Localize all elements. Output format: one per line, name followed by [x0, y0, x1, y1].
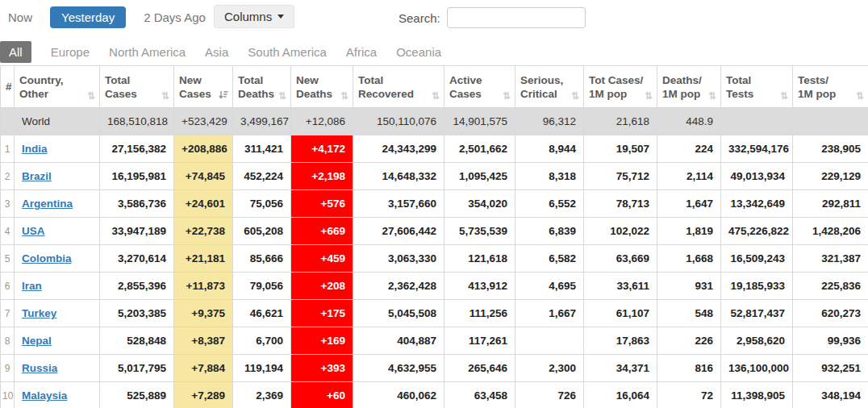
column-header-total-tests[interactable]: TotalTests⇅ [721, 66, 793, 108]
cell-tests-1m: 620,273 [793, 300, 868, 327]
region-tab-asia[interactable]: Asia [205, 45, 228, 59]
column-label: TotalTests [726, 73, 787, 101]
search-label: Search: [399, 11, 440, 25]
column-header-active-cases[interactable]: ActiveCases⇅ [444, 66, 515, 108]
cell-active-cases: 354,020 [444, 190, 515, 218]
sort-toggle-icon: ⇅ [708, 92, 716, 100]
column-header-total-deaths[interactable]: TotalDeaths⇅ [233, 66, 291, 108]
country-row-india: 1India27,156,382+208,886311,421+4,17224,… [1, 135, 868, 163]
cell-total-tests: 19,185,933 [721, 273, 793, 300]
toolbar: NowYesterday2 Days Ago Columns Search: [0, 0, 868, 39]
cell-total-deaths: 605,208 [233, 218, 291, 245]
region-tab-oceania[interactable]: Oceania [396, 45, 441, 59]
cell-country[interactable]: Russia [15, 355, 100, 382]
cell-tests-1m: 1,428,206 [793, 218, 868, 245]
cell-country[interactable]: Colombia [15, 245, 100, 273]
caret-down-icon [278, 15, 284, 19]
cell-country[interactable]: Turkey [15, 300, 100, 327]
cell-serious-critical: 8,944 [515, 135, 584, 163]
cell-country[interactable]: Argentina [15, 190, 100, 218]
country-row-nepal: 8Nepal528,848+8,3876,700+169404,887117,2… [1, 327, 868, 355]
column-header-total-recovered[interactable]: TotalRecovered⇅ [353, 66, 444, 108]
country-row-russia: 9Russia5,017,795+7,884119,194+3934,632,9… [1, 355, 868, 382]
country-link-nepal[interactable]: Nepal [22, 335, 52, 347]
cell-total-recovered: 14,648,332 [353, 163, 444, 190]
region-tab-africa[interactable]: Africa [346, 45, 377, 59]
column-header-country[interactable]: Country,Other⇅ [15, 66, 100, 108]
country-link-argentina[interactable]: Argentina [22, 198, 73, 210]
cell-rank: 4 [1, 218, 15, 245]
region-tab-europe[interactable]: Europe [51, 45, 90, 59]
cell-total-cases: 16,195,981 [100, 163, 174, 190]
time-tab-now[interactable]: Now [8, 10, 32, 24]
cell-deaths-1m: 1,819 [657, 218, 721, 245]
cell-new-deaths: +2,198 [291, 163, 353, 190]
country-link-brazil[interactable]: Brazil [22, 170, 52, 182]
cell-total-recovered: 404,887 [353, 327, 444, 355]
cell-country[interactable]: Malaysia [15, 382, 100, 408]
column-header-tests-1m[interactable]: Tests/1M pop⇅ [793, 66, 868, 108]
cell-country[interactable]: USA [15, 218, 100, 245]
country-link-colombia[interactable]: Colombia [22, 252, 72, 264]
cell-total-cases: 3,586,736 [100, 190, 174, 218]
cell-serious-critical: 1,667 [515, 300, 584, 327]
columns-button[interactable]: Columns [214, 5, 294, 28]
column-header-tot-cases-1m[interactable]: Tot Cases/1M pop⇅ [584, 66, 657, 108]
cell-serious-critical: 6,839 [515, 218, 584, 245]
column-header-serious-critical[interactable]: Serious,Critical⇅ [515, 66, 584, 108]
region-tab-north-america[interactable]: North America [109, 45, 186, 59]
country-link-russia[interactable]: Russia [22, 362, 57, 374]
cell-total-cases: 33,947,189 [100, 218, 174, 245]
cell-total-recovered: 150,110,076 [353, 108, 444, 135]
cell-active-cases: 2,501,662 [444, 135, 515, 163]
search-input[interactable] [447, 7, 586, 28]
cell-new-cases: +22,738 [174, 218, 233, 245]
cell-serious-critical: 6,552 [515, 190, 584, 218]
cell-total-deaths: 2,369 [233, 382, 291, 408]
sort-toggle-icon: ⇅ [432, 92, 440, 100]
country-link-usa[interactable]: USA [22, 225, 45, 237]
cell-total-recovered: 5,045,508 [353, 300, 444, 327]
column-header-new-deaths[interactable]: NewDeaths⇅ [291, 66, 353, 108]
sort-toggle-icon: ⇅ [340, 92, 348, 100]
cell-new-cases: +7,289 [174, 382, 233, 408]
cell-rank: 5 [1, 245, 15, 273]
columns-button-label: Columns [224, 10, 272, 23]
country-link-malaysia[interactable]: Malaysia [22, 389, 67, 402]
cell-new-cases: +8,387 [174, 327, 233, 355]
region-tab-all[interactable]: All [0, 41, 31, 63]
column-header-total-cases[interactable]: TotalCases⇅ [100, 66, 174, 108]
time-range-tabs: NowYesterday2 Days Ago [8, 6, 206, 28]
cell-new-deaths: +175 [291, 300, 353, 327]
cell-tests-1m: 229,129 [793, 163, 868, 190]
cell-total-cases: 5,017,795 [100, 355, 174, 382]
column-header-deaths-1m[interactable]: Deaths/1M pop⇅ [657, 66, 721, 108]
region-tab-south-america[interactable]: South America [248, 45, 327, 59]
cell-tests-1m: 225,836 [793, 273, 868, 300]
cell-new-deaths: +12,086 [291, 108, 353, 135]
column-header-new-cases[interactable]: NewCases [174, 66, 233, 108]
cell-total-deaths: 119,194 [233, 355, 291, 382]
cell-country[interactable]: Nepal [15, 327, 100, 355]
country-link-iran[interactable]: Iran [22, 280, 42, 292]
time-tab-yesterday[interactable]: Yesterday [50, 6, 126, 28]
cell-country[interactable]: Iran [15, 273, 100, 300]
cell-total-tests: 11,398,905 [721, 382, 793, 408]
cell-serious-critical: 4,695 [515, 273, 584, 300]
cell-tot-cases-1m: 61,107 [584, 300, 657, 327]
cell-active-cases: 14,901,575 [444, 108, 515, 135]
column-label: TotalCases [105, 73, 169, 101]
time-tab-2-days-ago[interactable]: 2 Days Ago [144, 10, 206, 24]
cell-total-cases: 27,156,382 [100, 135, 174, 163]
cell-total-cases: 525,889 [100, 382, 174, 408]
country-link-turkey[interactable]: Turkey [22, 307, 56, 319]
cell-total-deaths: 79,056 [233, 273, 291, 300]
country-link-india[interactable]: India [22, 143, 48, 155]
cell-country[interactable]: India [15, 135, 100, 163]
cell-country[interactable]: Brazil [15, 163, 100, 190]
sort-toggle-icon: ⇅ [645, 92, 653, 100]
cell-new-deaths: +60 [291, 382, 353, 408]
cell-total-recovered: 24,343,299 [353, 135, 444, 163]
cell-deaths-1m: 224 [657, 135, 721, 163]
cell-deaths-1m: 548 [657, 300, 721, 327]
